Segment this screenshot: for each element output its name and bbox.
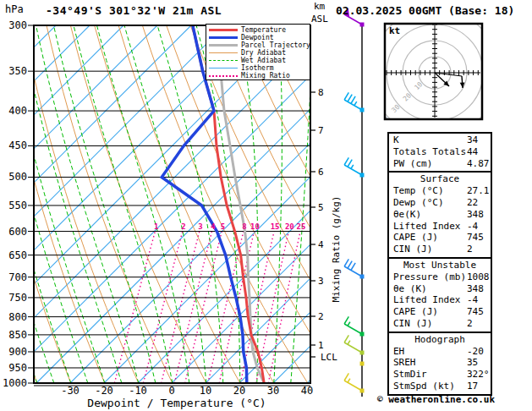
- legend-swatch: [209, 44, 238, 47]
- legend-swatch: [209, 60, 238, 61]
- pressure-tick-label: 500: [8, 171, 27, 183]
- mixing-ratio-value-label: 4: [211, 222, 216, 231]
- index-label: K: [393, 134, 399, 145]
- pressure-unit-label: hPa: [5, 3, 24, 15]
- pressure-tick-label: 450: [8, 140, 27, 151]
- index-label: θe(K): [393, 209, 421, 220]
- index-value: -4: [467, 294, 478, 306]
- pressure-tick-label: 600: [8, 226, 27, 238]
- hodograph-ring-label: 30: [390, 103, 401, 114]
- pressure-tick-label: 1000: [3, 377, 27, 389]
- index-row: K34: [389, 134, 491, 146]
- wind-barb-halftick: [348, 322, 350, 326]
- index-value: 35: [467, 357, 478, 369]
- km-tick-label: 3: [318, 276, 324, 287]
- wind-barb-stem: [344, 342, 362, 353]
- pressure-tick-label: 800: [8, 311, 27, 323]
- index-row: θe(K)348: [389, 209, 491, 221]
- index-value: 2: [467, 244, 473, 255]
- km-unit-label: km: [314, 1, 325, 12]
- index-row: StmDir322°: [389, 369, 491, 381]
- index-label: SREH: [393, 357, 416, 368]
- index-label: Lifted Index: [393, 221, 460, 232]
- index-value: 2: [467, 318, 473, 330]
- wind-barb-stem: [344, 100, 362, 110]
- legend-label: Mixing Ratio: [241, 72, 290, 79]
- km-tick-label: 4: [318, 239, 324, 250]
- legend-item: Parcel Trajectory: [209, 41, 310, 49]
- hodograph-shear-line: [435, 73, 462, 76]
- lcl-label: LCL: [321, 352, 337, 363]
- km-tick-label: 2: [318, 311, 324, 322]
- x-axis-label: Dewpoint / Temperature (°C): [84, 397, 270, 409]
- mixing-ratio-line: [185, 232, 222, 384]
- indices-section-header: Hodograph: [389, 334, 491, 346]
- mixing-ratio-value-label: 20: [285, 222, 294, 231]
- index-label: θe (K): [393, 283, 427, 294]
- index-value: 27.1: [467, 185, 490, 197]
- index-row: Pressure (mb)1008: [389, 271, 491, 283]
- wind-barb-tick: [351, 263, 355, 271]
- indices-panel: K34Totals Totals44PW (cm)4.87SurfaceTemp…: [387, 134, 492, 396]
- pressure-tick-label: 550: [8, 200, 27, 211]
- index-row: Totals Totals44: [389, 146, 491, 158]
- mixing-ratio-value-label: 3: [198, 222, 202, 231]
- index-value: 745: [467, 232, 484, 244]
- legend-item: Temperature: [209, 26, 310, 34]
- km-tick-label: 5: [318, 202, 324, 213]
- index-row: EH-20: [389, 346, 491, 358]
- wind-barb-stem: [344, 381, 362, 391]
- wind-barb-halftick: [351, 165, 354, 169]
- index-label: StmSpd (kt): [393, 381, 455, 392]
- temp-tick-label: 30: [267, 385, 279, 397]
- wind-barb-tick: [348, 95, 352, 102]
- index-value: 322°: [467, 369, 490, 381]
- mixing-ratio-value-label: 2: [181, 222, 185, 231]
- legend-label: Dewpoint: [241, 34, 274, 41]
- wind-barb-tick: [348, 160, 352, 167]
- legend-swatch: [209, 75, 238, 77]
- index-row: Lifted Index-4: [389, 221, 491, 233]
- wind-level-marker: [360, 362, 365, 366]
- pressure-tick-label: 900: [8, 346, 27, 358]
- wind-barb-halftick: [354, 101, 357, 106]
- index-value: 34: [467, 134, 478, 146]
- index-value: 348: [467, 209, 484, 221]
- legend-item: Wet Adiabat: [209, 57, 310, 64]
- mixing-ratio-line: [114, 232, 155, 384]
- legend-label: Wet Adiabat: [241, 57, 286, 64]
- index-label: CIN (J): [393, 318, 432, 329]
- index-row: Lifted Index-4: [389, 294, 491, 306]
- mixing-ratio-value-label: 1: [154, 222, 158, 231]
- station-title: -34°49'S 301°32'W 21m ASL: [46, 4, 222, 17]
- wet-adiabat-line: [124, 25, 206, 383]
- legend-swatch: [209, 52, 238, 53]
- indices-section-header: Surface: [389, 173, 491, 185]
- wind-barb-tick: [344, 259, 348, 266]
- wind-level-marker: [360, 351, 365, 355]
- temp-tick-label: 40: [301, 385, 313, 397]
- pressure-tick-label: 300: [8, 19, 27, 31]
- wind-barb-stem: [344, 324, 362, 334]
- index-label: PW (cm): [393, 158, 432, 169]
- pressure-tick-label: 850: [8, 329, 27, 341]
- index-row: CAPE (J)745: [389, 232, 491, 244]
- temp-tick-label: -20: [95, 385, 113, 397]
- index-label: Lifted Index: [393, 294, 460, 305]
- index-value: 745: [467, 306, 484, 318]
- pressure-tick-label: 350: [8, 65, 27, 77]
- legend-item: Isotherm: [209, 64, 310, 72]
- index-label: Pressure (mb): [393, 271, 466, 282]
- wind-level-marker: [360, 173, 365, 178]
- km-tick-label: 6: [318, 167, 324, 178]
- index-label: CAPE (J): [393, 232, 438, 243]
- legend-label: Isotherm: [241, 64, 274, 72]
- wind-barb-tick: [344, 316, 348, 324]
- wind-level-marker: [360, 108, 365, 112]
- km-tick-label: 1: [318, 340, 324, 351]
- pressure-tick-label: 650: [8, 249, 27, 261]
- asl-unit-label: ASL: [311, 14, 328, 25]
- index-value: 44: [467, 146, 478, 158]
- index-row: SREH35: [389, 357, 491, 369]
- index-row: StmSpd (kt)17: [389, 381, 491, 392]
